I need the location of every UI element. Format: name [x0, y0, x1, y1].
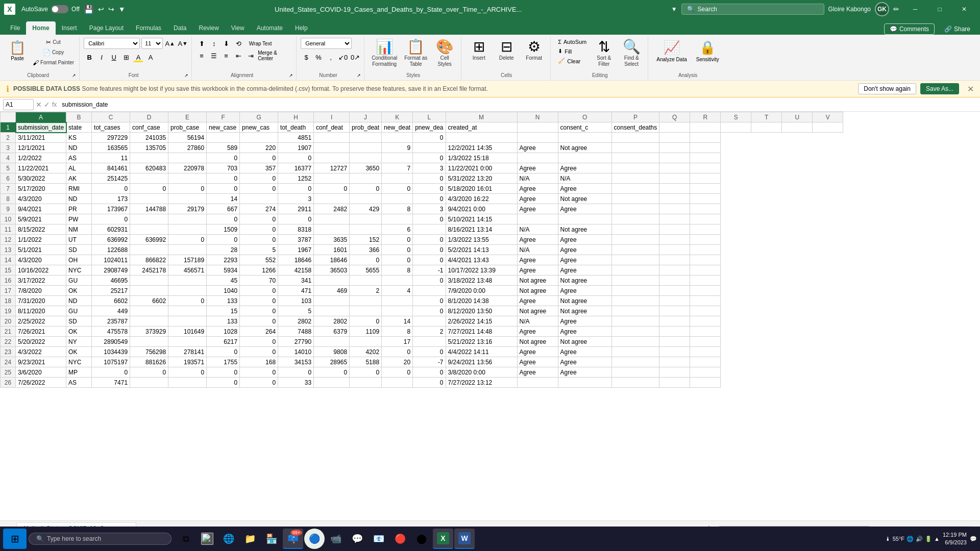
cell-A18[interactable]: 7/31/2020	[16, 296, 66, 306]
cell-G11[interactable]: 0	[240, 224, 278, 235]
cell-O1[interactable]: consent_c	[558, 122, 611, 133]
col-header-V[interactable]: V	[813, 112, 843, 122]
cell-M21[interactable]: 7/27/2021 14:48	[446, 327, 517, 337]
cell-H14[interactable]: 18646	[278, 255, 314, 265]
cell-A4[interactable]: 1/2/2022	[16, 153, 66, 163]
cell-D23[interactable]: 756298	[130, 347, 168, 357]
cell-G23[interactable]: 0	[240, 347, 278, 357]
taskbar-app-1[interactable]	[197, 529, 217, 549]
cell-O26[interactable]	[558, 378, 611, 388]
cell-K8[interactable]	[382, 194, 413, 204]
cell-J4[interactable]	[350, 153, 382, 163]
cell-P11[interactable]	[611, 224, 659, 235]
cell-D19[interactable]	[130, 306, 168, 316]
cell-J14[interactable]: 0	[350, 255, 382, 265]
cell-C21[interactable]: 475578	[92, 327, 130, 337]
cell-I26[interactable]	[314, 378, 350, 388]
cell-J10[interactable]	[350, 214, 382, 224]
cell-I16[interactable]	[314, 276, 350, 286]
cell-R4[interactable]	[690, 153, 721, 163]
cell-Q19[interactable]	[659, 306, 690, 316]
cell-L12[interactable]: 0	[413, 235, 446, 245]
cell-K24[interactable]: 20	[382, 357, 413, 367]
dont-show-again-button[interactable]: Don't show again	[858, 83, 916, 94]
cell-Q24[interactable]	[659, 357, 690, 367]
undo-icon[interactable]: ↩	[98, 5, 104, 13]
cell-B19[interactable]: GU	[66, 306, 92, 316]
cell-D7[interactable]: 0	[130, 184, 168, 194]
cell-B1[interactable]: state	[66, 122, 92, 133]
cell-E2[interactable]: 56194	[168, 133, 207, 143]
cell-B14[interactable]: OH	[66, 255, 92, 265]
row-header-18[interactable]: 18	[1, 296, 16, 306]
cell-Q21[interactable]	[659, 327, 690, 337]
increase-decimal-button[interactable]: 0↗	[350, 52, 361, 63]
cell-A24[interactable]: 9/23/2021	[16, 357, 66, 367]
cell-E14[interactable]: 157189	[168, 255, 207, 265]
col-header-Q[interactable]: Q	[659, 112, 690, 122]
cell-P5[interactable]	[611, 163, 659, 173]
cell-I13[interactable]: 1601	[314, 245, 350, 255]
cell-I17[interactable]: 469	[314, 286, 350, 296]
cell-F23[interactable]: 0	[207, 347, 240, 357]
cell-I20[interactable]: 2802	[314, 316, 350, 327]
cell-O25[interactable]: Agree	[558, 367, 611, 378]
cell-E17[interactable]	[168, 286, 207, 296]
cell-D6[interactable]	[130, 173, 168, 184]
cell-N4[interactable]	[517, 153, 558, 163]
col-header-N[interactable]: N	[517, 112, 558, 122]
cell-I25[interactable]: 0	[314, 367, 350, 378]
up-arrow-icon[interactable]: ▲	[934, 536, 940, 542]
pen-icon[interactable]: ✏	[893, 5, 899, 13]
cell-B20[interactable]: SD	[66, 316, 92, 327]
cell-Q7[interactable]	[659, 184, 690, 194]
cell-P23[interactable]	[611, 347, 659, 357]
cell-N16[interactable]: Not agree	[517, 276, 558, 286]
number-expand-icon[interactable]: ↗	[357, 73, 361, 78]
cell-E24[interactable]: 193571	[168, 357, 207, 367]
cell-K26[interactable]	[382, 378, 413, 388]
cell-C2[interactable]: 297229	[92, 133, 130, 143]
cell-A23[interactable]: 4/3/2022	[16, 347, 66, 357]
row-header-12[interactable]: 12	[1, 235, 16, 245]
cell-C15[interactable]: 2908749	[92, 265, 130, 276]
cell-N3[interactable]: Agree	[517, 143, 558, 153]
cell-I11[interactable]	[314, 224, 350, 235]
cell-F15[interactable]: 5934	[207, 265, 240, 276]
cell-F24[interactable]: 1755	[207, 357, 240, 367]
cell-Q2[interactable]	[659, 133, 690, 143]
cell-K1[interactable]: new_deat	[382, 122, 413, 133]
cell-I8[interactable]	[314, 194, 350, 204]
cell-T1[interactable]	[751, 122, 782, 133]
cell-R25[interactable]	[690, 367, 721, 378]
cell-F14[interactable]: 2293	[207, 255, 240, 265]
cell-H21[interactable]: 7488	[278, 327, 314, 337]
cell-C6[interactable]: 251425	[92, 173, 130, 184]
cell-B24[interactable]: NYC	[66, 357, 92, 367]
cell-A22[interactable]: 5/20/2022	[16, 337, 66, 347]
cell-M9[interactable]: 9/4/2021 0:00	[446, 204, 517, 214]
col-header-I[interactable]: I	[314, 112, 350, 122]
cell-L19[interactable]: 0	[413, 306, 446, 316]
cell-A17[interactable]: 7/8/2020	[16, 286, 66, 296]
cell-F6[interactable]: 0	[207, 173, 240, 184]
save-icon[interactable]: 💾	[84, 5, 94, 14]
cell-B5[interactable]: AL	[66, 163, 92, 173]
col-header-P[interactable]: P	[611, 112, 659, 122]
cell-E1[interactable]: prob_case	[168, 122, 207, 133]
cell-I23[interactable]: 9808	[314, 347, 350, 357]
cell-H1[interactable]: tot_death	[278, 122, 314, 133]
cell-O16[interactable]: Not agree	[558, 276, 611, 286]
cell-N25[interactable]: Agree	[517, 367, 558, 378]
cell-Q22[interactable]	[659, 337, 690, 347]
row-header-19[interactable]: 19	[1, 306, 16, 316]
cell-O18[interactable]: Not agree	[558, 296, 611, 306]
autosave-toggle[interactable]	[51, 5, 68, 13]
cell-G8[interactable]	[240, 194, 278, 204]
tab-view[interactable]: View	[225, 21, 251, 35]
taskbar-edge[interactable]: 🌐	[218, 529, 239, 549]
cell-F11[interactable]: 1509	[207, 224, 240, 235]
cell-F5[interactable]: 703	[207, 163, 240, 173]
cell-L8[interactable]: 0	[413, 194, 446, 204]
cell-D20[interactable]	[130, 316, 168, 327]
